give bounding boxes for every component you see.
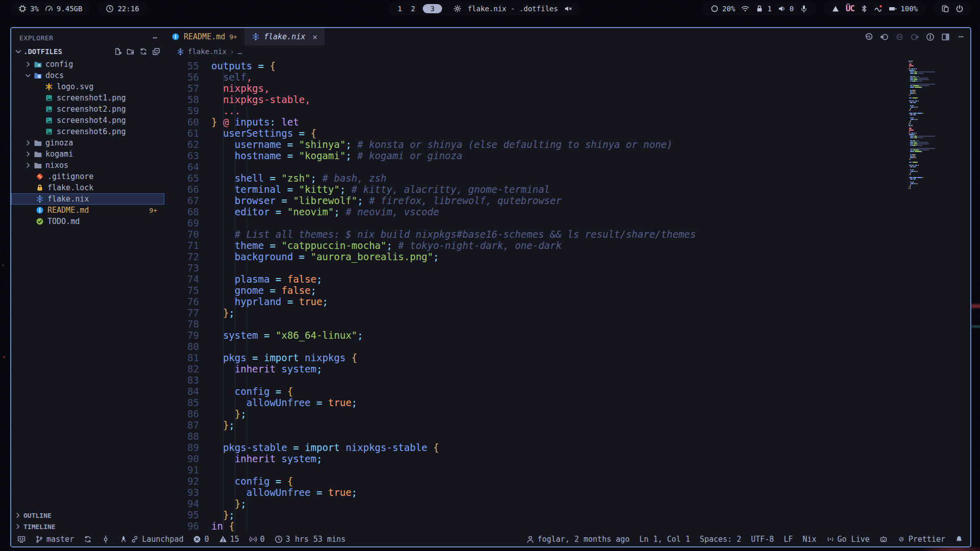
workspace-2[interactable]: 2 [409,5,416,13]
explorer-more-actions-icon[interactable]: ⋯ [153,33,157,42]
new-folder-icon[interactable] [127,47,135,56]
status-right-slash-circle[interactable]: ⊘Prettier [897,535,945,544]
tree-item-screenshot1.png[interactable]: screenshot1.png [11,92,164,104]
topbar-battery-module[interactable]: 100% [889,5,918,13]
line-number: 88 [164,431,199,442]
line-number: 93 [164,487,199,498]
tree-item-ginoza[interactable]: ginoza [11,137,164,148]
memory-gauge-icon [45,5,53,13]
workspace-1[interactable]: 1 [396,5,403,13]
close-tab-icon[interactable]: × [312,32,317,42]
status-right-spaces-2[interactable]: Spaces: 2 [700,535,741,544]
tree-item-logo.svg[interactable]: logo.svg [11,81,164,92]
status-left-git-branch[interactable]: master [35,535,74,544]
workspace-3[interactable]: 3 [423,4,442,13]
status-left-clock[interactable]: 3 hrs 53 mins [275,535,346,544]
git-graph-icon[interactable] [926,33,935,41]
breadcrumb-separator: › [230,48,234,56]
topbar-clock-module[interactable]: 22:16 [106,5,139,13]
topbar-wifi-module[interactable] [741,5,749,13]
speaker-muted-icon[interactable] [564,5,572,13]
tree-item-flake.nix[interactable]: flake.nix [11,193,164,205]
status-left-radio-ripple[interactable]: 0 [249,535,265,544]
status-left-remote-window[interactable] [17,535,26,543]
line-number: 64 [164,161,199,172]
line-number: 89 [164,442,199,453]
tree-item-kogami[interactable]: kogami [11,148,164,160]
tab-badge: 9+ [229,33,237,41]
topbar-cpu-module[interactable]: 3% [18,5,39,13]
tree-item-nixos[interactable]: nixos [11,160,164,171]
status-left-git-commit[interactable] [102,535,110,543]
status-right-lf[interactable]: LF [783,535,793,544]
status-right-bell[interactable] [955,535,963,543]
status-right-broadcast[interactable]: Go Live [826,535,870,544]
status-left-error-circle[interactable]: 0 [193,535,209,544]
git-commit-icon [102,535,110,543]
tree-item-docs[interactable]: docs [11,70,164,81]
topbar-lock-module[interactable]: 1 [755,5,771,13]
git-diamond-icon [36,172,44,181]
topbar-right-pill-1: 20%10 [702,2,816,15]
status-right-nix[interactable]: Nix [802,535,816,544]
power-icon [955,5,964,13]
lock-yellow-icon [36,184,44,192]
tree-item-README.md[interactable]: README.md9+ [11,205,164,216]
topbar-microphone-module[interactable] [800,5,808,13]
topbar-circle-outline-module[interactable]: 20% [710,5,735,13]
status-left-sync[interactable] [84,535,92,543]
tree-item-TODO.md[interactable]: TODO.md [11,216,164,227]
tab-README.md[interactable]: README.md 9+ [164,28,244,45]
project-root-row[interactable]: .DOTFILES [11,45,164,58]
topbar-keyboard-layout-module[interactable]: ÜC [846,5,854,13]
section-outline[interactable]: OUTLINE [11,510,164,521]
status-left-rocket[interactable]: Launchpad [119,535,183,544]
nav-back-icon[interactable] [880,33,889,41]
lock-icon [755,5,764,13]
code-line-70: 70 # List all themes: $ nix build nixpkg… [164,229,696,240]
status-right-utf-8[interactable]: UTF-8 [751,535,774,544]
split-editor-icon[interactable] [941,33,950,41]
tab-bar: README.md 9+ flake.nix × [164,28,970,45]
git-change-badge: 9+ [149,207,157,214]
tree-item-screenshot4.png[interactable]: screenshot4.png [11,115,164,126]
status-right-ln-1-col-1[interactable]: Ln 1, Col 1 [640,535,690,544]
circle-slash-dim-icon[interactable] [895,33,904,41]
warning-triangle-icon [219,535,227,543]
breadcrumb[interactable]: flake.nix › … [164,45,970,58]
tree-item-config[interactable]: config [11,59,164,70]
tree-item-.gitignore[interactable]: .gitignore [11,171,164,182]
tree-item-screenshot2.png[interactable]: screenshot2.png [11,104,164,115]
tree-item-screenshot6.png[interactable]: screenshot6.png [11,126,164,137]
editor-group: README.md 9+ flake.nix × ⋯ flake.nix › …… [164,28,970,532]
code-editor[interactable]: 55 outputs = { 56 self, 57 nixpkgs, 58 n… [164,58,970,532]
new-file-icon[interactable] [114,47,122,56]
code-line-72: 72 background = "aurora_borealis.png"; [164,251,696,262]
folder-icon [34,150,42,158]
collapse-all-icon[interactable] [152,47,160,56]
tab-flake.nix[interactable]: flake.nix × [244,28,325,45]
topbar-wave-notification-module[interactable] [874,5,883,13]
topbar-clipboard-module[interactable] [941,5,949,13]
topbar-bluetooth-module[interactable] [860,5,868,13]
status-right-author[interactable]: foglar, 2 months ago [526,535,630,544]
code-line-77: 77 }; [164,307,696,318]
status-left-warning-triangle[interactable]: 15 [219,535,239,544]
topbar-right-pill-3 [933,2,972,15]
topbar-speaker-module[interactable]: 0 [778,5,794,13]
tree-item-flake.lock[interactable]: flake.lock [11,182,164,193]
more-ellipsis-icon[interactable]: ⋯ [957,33,965,41]
line-number: 67 [164,195,199,206]
status-right-robot[interactable] [879,535,888,543]
line-number: 65 [164,172,199,184]
history-icon[interactable] [865,33,873,41]
line-number: 71 [164,240,199,251]
refresh-icon[interactable] [139,47,148,56]
nav-forward-dim-icon[interactable] [911,33,919,41]
section-timeline[interactable]: TIMELINE [11,521,164,532]
circle-outline-icon [710,5,719,13]
minimap[interactable] [909,61,938,189]
topbar-power-module[interactable] [955,5,964,13]
topbar-memory-gauge-module[interactable]: 9.45GB [45,5,83,13]
topbar-network-triangle-module[interactable] [831,5,840,13]
